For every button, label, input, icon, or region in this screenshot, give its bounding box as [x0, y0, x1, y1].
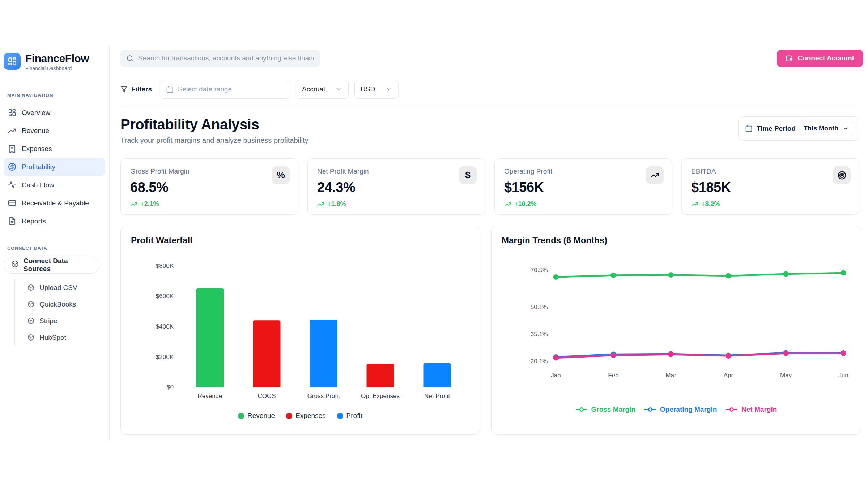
- chevron-down-icon: [386, 86, 392, 93]
- section-header: Profitability Analysis Track your profit…: [120, 116, 859, 145]
- data-point-Gross Margin: [611, 273, 616, 278]
- page-title: Profitability Analysis: [120, 116, 309, 133]
- funnel-icon: [120, 86, 128, 93]
- page-subtitle: Track your profit margins and analyze bu…: [120, 136, 309, 145]
- kpi-delta: +2.1%: [130, 200, 289, 208]
- waterfall-chart-title: Profit Waterfall: [131, 235, 470, 245]
- sidebar-item-receivable-payable[interactable]: Receivable & Payable: [4, 194, 105, 212]
- sidebar-item-expenses[interactable]: Expenses: [4, 140, 105, 158]
- connect-data-sources-button[interactable]: Connect Data Sources: [4, 257, 99, 274]
- wallet-icon: [786, 55, 793, 62]
- y-tick-label: $400K: [156, 323, 174, 330]
- x-tick-label: Jun: [838, 372, 848, 379]
- y-tick-label: 35.1%: [531, 331, 548, 338]
- dollar-circle-icon: [8, 163, 16, 171]
- source-item-stripe[interactable]: Stripe: [15, 313, 105, 329]
- search-input[interactable]: [138, 54, 314, 62]
- chevron-down-icon: [336, 86, 342, 93]
- package-icon: [27, 301, 34, 308]
- data-point-Net Margin: [841, 351, 846, 356]
- trending-up-icon: [646, 166, 664, 184]
- sidebar-item-revenue[interactable]: Revenue: [4, 122, 105, 140]
- sidebar-item-label: Receivable & Payable: [22, 199, 89, 207]
- connect-account-button[interactable]: Connect Account: [777, 50, 863, 67]
- top-bar: Connect Account: [110, 46, 868, 70]
- kpi-card-operating-profit: Operating Profit $156K +10.2%: [494, 158, 672, 215]
- x-tick-label: Apr: [724, 372, 733, 379]
- trending-up-icon: [317, 201, 324, 208]
- y-tick-label: $600K: [156, 293, 174, 300]
- waterfall-bar-Net Profit: [424, 363, 451, 387]
- y-tick-label: 70.5%: [531, 267, 548, 274]
- source-item-upload-csv[interactable]: Upload CSV: [15, 279, 105, 296]
- source-item-label: HubSpot: [39, 334, 66, 342]
- legend-swatch: [286, 413, 292, 419]
- x-tick-label: Gross Profit: [307, 393, 340, 399]
- calendar-icon: [166, 86, 174, 93]
- currency-select[interactable]: USD: [354, 80, 399, 99]
- margin-trends-panel: Margin Trends (6 Months) 20.1%35.1%50.1%…: [491, 226, 861, 435]
- nav-section-label: MAIN NAVIGATION: [7, 93, 105, 98]
- filters-row: Filters Accrual USD: [120, 70, 859, 107]
- kpi-card-gross-profit-margin: Gross Profit Margin 68.5% +2.1% %: [120, 158, 298, 215]
- kpi-card-net-profit-margin: Net Profit Margin 24.3% +1.8% $: [307, 158, 485, 215]
- sidebar-item-label: Revenue: [22, 127, 49, 135]
- kpi-value: $185K: [691, 180, 850, 195]
- y-tick-label: $200K: [156, 354, 174, 360]
- percent-icon: %: [272, 166, 290, 184]
- global-search[interactable]: [120, 50, 320, 67]
- kpi-value: $156K: [504, 180, 663, 195]
- date-range-field[interactable]: [160, 80, 290, 99]
- sidebar-item-overview[interactable]: Overview: [4, 104, 105, 122]
- sidebar-item-reports[interactable]: Reports: [4, 212, 105, 230]
- date-range-input[interactable]: [178, 85, 284, 93]
- connect-sources-list: Upload CSV QuickBooks Stripe HubSpot: [14, 279, 105, 346]
- data-point-Gross Margin: [553, 274, 559, 280]
- trend-line-Gross Margin: [556, 273, 843, 277]
- legend-item-net-margin: Net Margin: [726, 406, 777, 414]
- y-tick-label: 20.1%: [531, 358, 548, 365]
- margin-trends-legend: Gross Margin Operating Margin Net Margin: [502, 406, 851, 414]
- credit-card-icon: [8, 199, 16, 207]
- trending-up-icon: [130, 201, 137, 208]
- data-point-Net Margin: [553, 355, 559, 361]
- margin-trends-chart[interactable]: 20.1%35.1%50.1%70.5%JanFebMarAprMayJun: [502, 245, 851, 403]
- data-point-Gross Margin: [668, 272, 674, 278]
- time-period-select[interactable]: This Month: [799, 121, 854, 136]
- overview-grid-icon: [8, 108, 16, 117]
- source-item-quickbooks[interactable]: QuickBooks: [15, 296, 105, 313]
- content: Filters Accrual USD Profitability Analy: [110, 70, 868, 435]
- charts-row: Profit Waterfall $0$200K$400K$600K$800KR…: [120, 226, 859, 435]
- line-marker-icon: [644, 407, 656, 412]
- brand-logo-icon: [4, 53, 21, 70]
- legend-item-expenses: Expenses: [286, 412, 326, 420]
- waterfall-bar-Gross Profit: [310, 320, 337, 387]
- data-point-Net Margin: [726, 353, 731, 359]
- sidebar-item-profitability[interactable]: Profitability: [4, 158, 105, 176]
- kpi-label: EBITDA: [691, 167, 850, 175]
- waterfall-bar-COGS: [253, 320, 281, 387]
- target-icon: [833, 166, 851, 184]
- accounting-basis-select[interactable]: Accrual: [296, 80, 349, 99]
- profit-waterfall-panel: Profit Waterfall $0$200K$400K$600K$800KR…: [120, 226, 480, 435]
- x-tick-label: Op. Expenses: [361, 393, 400, 399]
- brand-tagline: Financial Dashboard: [25, 65, 89, 71]
- source-item-label: Upload CSV: [39, 284, 77, 292]
- data-point-Net Margin: [783, 351, 789, 356]
- kpi-card-ebitda: EBITDA $185K +8.2%: [681, 158, 859, 215]
- package-icon: [11, 260, 19, 270]
- x-tick-label: Revenue: [197, 393, 222, 399]
- legend-item-operating-margin: Operating Margin: [644, 406, 717, 414]
- sidebar-item-label: Expenses: [22, 145, 52, 153]
- file-text-icon: [8, 217, 16, 225]
- brand-name: FinanceFlow: [25, 53, 89, 64]
- source-item-label: QuickBooks: [39, 300, 76, 308]
- y-tick-label: $800K: [156, 262, 174, 269]
- sidebar-item-label: Reports: [22, 217, 46, 225]
- source-item-hubspot[interactable]: HubSpot: [15, 329, 105, 346]
- data-point-Net Margin: [611, 353, 616, 358]
- profit-waterfall-chart[interactable]: $0$200K$400K$600K$800KRevenueCOGSGross P…: [131, 245, 469, 409]
- sidebar-item-cash-flow[interactable]: Cash Flow: [4, 176, 105, 194]
- kpi-row: Gross Profit Margin 68.5% +2.1% % Net Pr…: [120, 158, 859, 215]
- kpi-value: 24.3%: [317, 180, 476, 195]
